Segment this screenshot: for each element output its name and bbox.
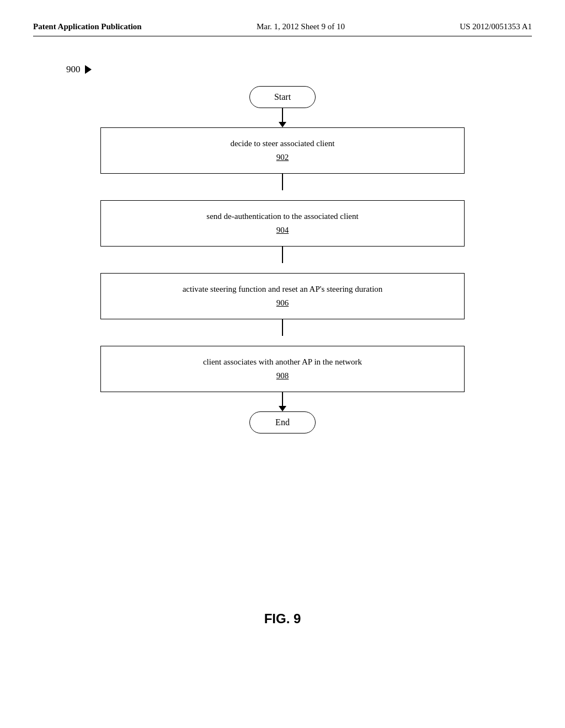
publication-label: Patent Application Publication — [33, 22, 142, 31]
step-902-box: decide to steer associated client 902 — [100, 127, 465, 174]
arrow-908-to-end — [279, 392, 286, 411]
flow-id-text: 900 — [66, 64, 81, 75]
step-906-box: activate steering function and reset an … — [100, 273, 465, 319]
page-header: Patent Application Publication Mar. 1, 2… — [33, 22, 532, 36]
step-906-text: activate steering function and reset an … — [183, 285, 383, 293]
page-container: Patent Application Publication Mar. 1, 2… — [0, 0, 565, 728]
step-904-text: send de-authentication to the associated… — [206, 212, 358, 221]
end-oval: End — [249, 411, 316, 433]
step-904-box: send de-authentication to the associated… — [100, 200, 465, 247]
connector-906-908 — [282, 319, 283, 336]
patent-number-label: US 2012/0051353 A1 — [460, 22, 532, 31]
connector-904-906 — [282, 247, 283, 263]
step-904-num: 904 — [112, 224, 453, 236]
arrowhead — [279, 122, 286, 127]
connector-line — [282, 108, 283, 122]
end-label: End — [275, 417, 290, 427]
diagram-container: 900 Start decide to steer associated cli… — [33, 53, 532, 660]
flowchart: Start decide to steer associated client … — [100, 86, 465, 433]
start-label: Start — [274, 92, 291, 101]
step-906-num: 906 — [112, 297, 453, 309]
figure-number: FIG. 9 — [264, 611, 301, 627]
step-908-num: 908 — [112, 370, 453, 382]
step-902-text: decide to steer associated client — [230, 139, 334, 148]
step-902-num: 902 — [112, 152, 453, 163]
connector-902-904 — [282, 174, 283, 190]
flow-id-label: 900 — [66, 64, 92, 75]
date-sheet-label: Mar. 1, 2012 Sheet 9 of 10 — [257, 22, 345, 31]
step-908-box: client associates with another AP in the… — [100, 346, 465, 392]
arrowhead-end — [279, 406, 286, 411]
step-908-text: client associates with another AP in the… — [203, 357, 362, 366]
connector-line-end — [282, 392, 283, 406]
start-oval: Start — [249, 86, 316, 108]
arrow-start-to-902 — [279, 108, 286, 127]
flow-id-arrow — [85, 65, 92, 74]
